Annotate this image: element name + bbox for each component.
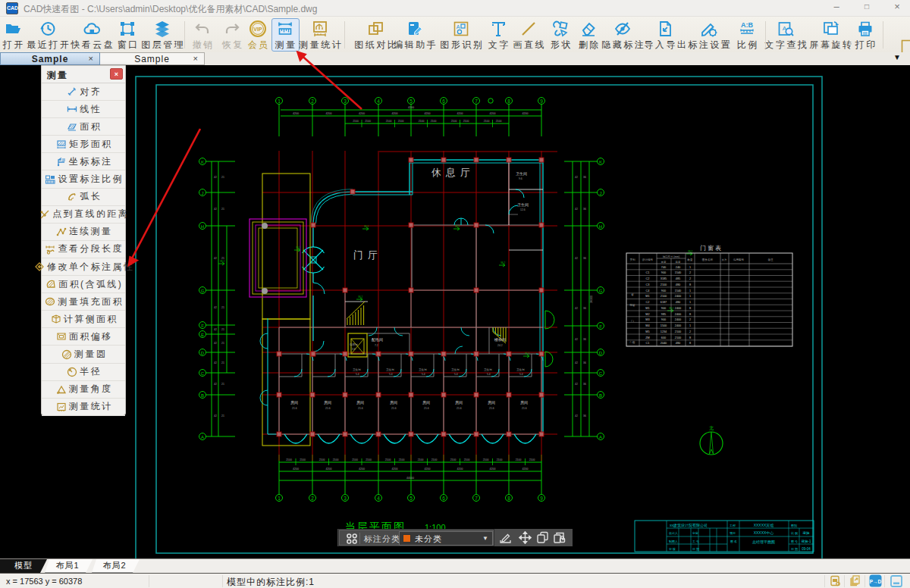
svg-text:4200: 4200: [326, 468, 332, 471]
svg-text:2100: 2100: [352, 458, 358, 461]
svg-text:2100: 2100: [419, 120, 425, 123]
svg-text:21: 21: [221, 306, 224, 309]
svg-text:卫生间: 卫生间: [517, 202, 529, 208]
svg-text:4200: 4200: [425, 112, 431, 115]
svg-text:8: 8: [507, 99, 510, 104]
svg-text:3: 3: [344, 496, 347, 501]
svg-text:图别: 图别: [791, 524, 797, 528]
svg-text:42: 42: [214, 328, 217, 331]
svg-text:5: 5: [410, 496, 413, 501]
svg-text:21: 21: [221, 208, 224, 211]
svg-text:8: 8: [689, 283, 691, 286]
svg-text:xx建筑设计院有限公司: xx建筑设计院有限公司: [670, 523, 708, 528]
svg-text:8: 8: [689, 342, 691, 345]
svg-text:6187: 6187: [661, 301, 667, 304]
svg-text:2: 2: [311, 496, 314, 501]
svg-text:卫生间: 卫生间: [484, 368, 492, 371]
svg-text:A: A: [599, 435, 602, 439]
svg-text:J: J: [202, 191, 204, 195]
svg-text:21.6: 21.6: [292, 407, 297, 410]
svg-text:38.2: 38.2: [220, 260, 224, 263]
svg-text:2400: 2400: [675, 318, 681, 321]
svg-text:1234: 1234: [661, 330, 667, 333]
svg-text:数量: 数量: [687, 258, 693, 261]
svg-text:2100: 2100: [286, 458, 292, 461]
svg-text:A: A: [457, 24, 460, 30]
svg-text:D: D: [201, 351, 205, 355]
svg-text:F: F: [599, 324, 602, 329]
svg-text:4200: 4200: [326, 112, 332, 115]
svg-text:图 名: 图 名: [730, 540, 737, 543]
svg-text:38.2: 38.2: [688, 250, 692, 253]
svg-text:8: 8: [507, 496, 510, 501]
svg-text:4200: 4200: [522, 468, 529, 471]
svg-text:A:B: A:B: [741, 21, 753, 29]
svg-text:C2: C2: [646, 301, 650, 304]
svg-text:21: 21: [221, 176, 224, 179]
svg-text:24.2: 24.2: [497, 344, 503, 347]
svg-text:21: 21: [221, 361, 224, 364]
svg-text:H: H: [201, 224, 204, 229]
svg-text:E: E: [201, 333, 204, 337]
svg-text:C4: C4: [646, 289, 650, 292]
svg-text:8: 8: [689, 307, 691, 310]
svg-text:2040: 2040: [661, 342, 667, 345]
svg-text:3185: 3185: [661, 277, 667, 280]
svg-text:1: 1: [278, 99, 281, 104]
svg-text:21: 21: [221, 342, 224, 345]
svg-text:42: 42: [575, 176, 578, 179]
svg-text:36: 36: [583, 383, 586, 386]
svg-text:3.8: 3.8: [352, 348, 356, 351]
svg-text:5.4: 5.4: [454, 373, 458, 376]
svg-text:总经理平面图: 总经理平面图: [752, 540, 775, 545]
svg-text:900: 900: [661, 307, 666, 310]
svg-text:36: 36: [583, 208, 586, 211]
svg-text:配电间: 配电间: [372, 337, 383, 342]
svg-text:2100: 2100: [365, 120, 371, 123]
svg-text:4200: 4200: [359, 112, 365, 115]
svg-text:卫生间: 卫生间: [419, 368, 427, 371]
svg-text:2100: 2100: [398, 120, 404, 123]
svg-text:9.6: 9.6: [519, 177, 522, 180]
svg-text:8: 8: [689, 313, 691, 316]
svg-text:21: 21: [221, 383, 224, 386]
svg-text:M2: M2: [645, 313, 649, 316]
svg-text:XXXXX中心: XXXXX中心: [754, 530, 774, 535]
svg-text:2100: 2100: [300, 458, 306, 461]
svg-text:42: 42: [575, 307, 578, 310]
svg-text:2100: 2100: [386, 120, 392, 123]
svg-text:600: 600: [661, 336, 666, 339]
svg-text:21.6: 21.6: [325, 407, 331, 410]
svg-text:5.4: 5.4: [356, 373, 359, 376]
svg-text:日 期: 日 期: [791, 547, 798, 551]
svg-text:M5: M5: [645, 330, 649, 333]
svg-text:卫生间: 卫生间: [451, 368, 460, 371]
svg-text:图集名称: 图集名称: [702, 258, 714, 261]
svg-text:9: 9: [540, 99, 543, 104]
svg-text:阳窗: 阳窗: [629, 303, 635, 307]
svg-text:房间: 房间: [390, 400, 397, 405]
svg-text:4200: 4200: [392, 112, 398, 115]
svg-text:42: 42: [575, 208, 578, 211]
svg-text:门厅: 门厅: [353, 249, 382, 261]
svg-text:日 期: 日 期: [692, 547, 699, 551]
svg-text:M1: M1: [645, 307, 649, 310]
svg-text:42: 42: [575, 383, 578, 386]
svg-text:B: B: [201, 393, 204, 398]
svg-text:2100: 2100: [431, 458, 438, 461]
svg-text:8: 8: [689, 336, 691, 339]
svg-text:高度: 高度: [676, 261, 681, 264]
svg-text:2100: 2100: [483, 458, 489, 461]
svg-text:5.4: 5.4: [487, 373, 491, 376]
svg-text:类别: 类别: [629, 258, 635, 261]
svg-text:1500: 1500: [661, 324, 667, 327]
svg-text:3: 3: [344, 99, 347, 104]
svg-text:1: 1: [689, 295, 691, 298]
svg-text:2100: 2100: [484, 120, 490, 123]
svg-text:工程: 工程: [730, 524, 736, 527]
svg-text:36: 36: [583, 307, 586, 310]
svg-text:42: 42: [214, 383, 217, 386]
svg-text:1: 1: [689, 266, 691, 269]
svg-text:H: H: [599, 224, 602, 229]
svg-text:985: 985: [661, 313, 666, 316]
